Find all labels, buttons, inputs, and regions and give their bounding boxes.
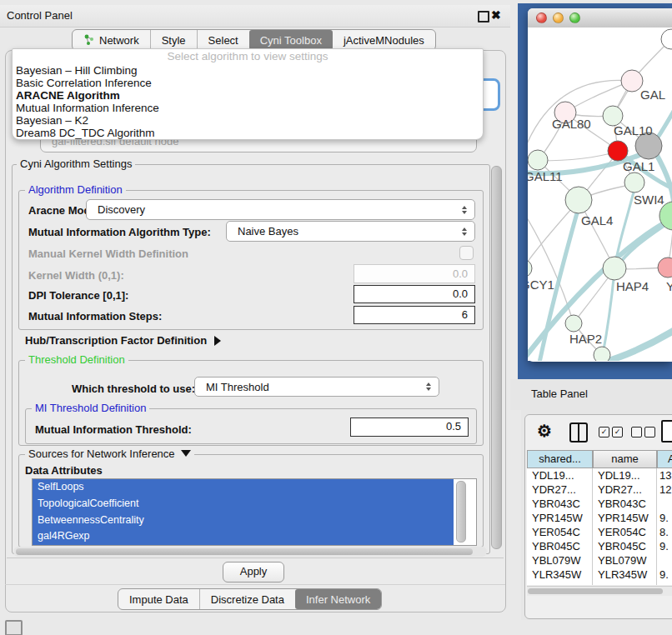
attribute-item-selected[interactable]: SelfLoops	[33, 479, 454, 496]
manual-kernel-width-checkbox[interactable]	[459, 246, 474, 260]
settings-hscroll[interactable]	[13, 547, 487, 557]
table-row[interactable]: YDR27...YDR27...12	[527, 482, 672, 497]
tab-infer-network[interactable]: Infer Network	[295, 589, 381, 609]
table-row[interactable]: YIL052CYIL052C9.	[527, 582, 672, 585]
node-label: GAL1	[623, 159, 654, 173]
column-header-name[interactable]: name	[593, 450, 657, 468]
float-window-icon[interactable]	[478, 11, 489, 22]
minimize-traffic-light-icon[interactable]	[553, 12, 564, 23]
node-gal11[interactable]	[528, 150, 548, 170]
node-gcy1[interactable]	[528, 259, 532, 278]
checkbox-unchecked-icon[interactable]	[631, 427, 642, 438]
checkbox-unchecked-icon[interactable]	[644, 427, 655, 438]
attributes-list-scrollbar[interactable]	[456, 481, 466, 542]
algorithm-option-selected[interactable]: ARACNE Algorithm	[13, 89, 483, 102]
checkbox-checked-icon[interactable]: ✓	[612, 427, 623, 438]
table-row[interactable]: YPR145WYPR145W9.	[527, 511, 672, 525]
node-gal4[interactable]	[565, 187, 592, 213]
tab-label: Infer Network	[306, 593, 370, 606]
table-row[interactable]: YBL079WYBL079W	[527, 553, 672, 568]
node-y[interactable]	[658, 258, 672, 278]
attribute-item-selected[interactable]: TopologicalCoefficient	[33, 496, 454, 512]
combo-stepper-icon	[426, 382, 431, 391]
control-panel-title: Control Panel	[7, 5, 73, 27]
gear-icon[interactable]: ⚙	[537, 421, 552, 441]
tab-label: Impute Data	[129, 593, 188, 606]
settings-hscroll-thumb[interactable]	[16, 548, 473, 555]
threshold-definition-title: Threshold Definition	[25, 354, 128, 366]
network-canvas[interactable]: GAL GAL80 GAL10 GAL1 GAL11 SWI4 GAL4 GCY…	[528, 28, 672, 361]
mi-threshold-input[interactable]: 0.5	[350, 418, 469, 437]
node-swi4[interactable]	[624, 172, 644, 192]
node-unlabeled[interactable]	[594, 347, 610, 361]
node-unlabeled[interactable]	[661, 29, 672, 49]
table-row[interactable]: YBR043CYBR043C	[527, 497, 672, 511]
network-icon	[83, 34, 95, 46]
kernel-width-label: Kernel Width (0,1):	[28, 269, 124, 282]
checkbox-checked-icon[interactable]: ✓	[599, 427, 609, 438]
hub-section-toggle[interactable]: Hub/Transcription Factor Definition	[25, 334, 221, 347]
node-label: HAP4	[616, 279, 649, 293]
tab-cyni-toolbox[interactable]: Cyni Toolbox	[249, 30, 333, 50]
hub-section-label: Hub/Transcription Factor Definition	[25, 334, 207, 347]
tab-style[interactable]: Style	[150, 30, 197, 50]
algorithm-popup-placeholder: Select algorithm to view settings	[13, 49, 483, 64]
settings-scrollbar[interactable]	[491, 166, 502, 549]
network-window-titlebar[interactable]	[528, 8, 672, 28]
algorithm-option[interactable]: Mutual Information Inference	[13, 102, 483, 114]
node-gal1[interactable]	[608, 141, 628, 161]
algorithm-option[interactable]: Dream8 DC_TDC Algorithm	[13, 127, 483, 139]
node-label: HAP2	[569, 332, 602, 346]
node-label: GAL11	[528, 169, 563, 183]
attribute-item-selected[interactable]: gal4RGexp	[33, 528, 454, 545]
attribute-item-selected[interactable]: BetweennessCentrality	[33, 512, 454, 529]
apply-button[interactable]: Apply	[223, 562, 284, 582]
tab-select[interactable]: Select	[197, 30, 249, 50]
data-attributes-label: Data Attributes	[25, 464, 103, 477]
divider	[5, 584, 505, 585]
dpi-tolerance-input[interactable]: 0.0	[354, 285, 475, 303]
sources-toggle[interactable]: Sources for Network Inference	[25, 448, 194, 460]
which-threshold-label: Which threshold to use:	[72, 382, 195, 395]
algorithm-option[interactable]: Bayesian – Hill Climbing	[13, 64, 483, 77]
algorithm-option[interactable]: Bayesian – K2	[13, 114, 483, 127]
tab-jactivemnodules[interactable]: jActiveMNodules	[333, 30, 435, 50]
close-icon[interactable]: ✖	[491, 8, 501, 22]
table-row[interactable]: YBR045CYBR045C9.	[527, 539, 672, 553]
tab-network[interactable]: Network	[73, 30, 150, 50]
table-row[interactable]: YER054CYER054C8.	[527, 525, 672, 539]
mi-algorithm-type-label: Mutual Information Algorithm Type:	[28, 226, 211, 238]
table-row[interactable]: YDL19...YDL19...13	[527, 468, 672, 482]
manual-kernel-width-label: Manual Kernel Width Definition	[28, 248, 188, 260]
close-traffic-light-icon[interactable]	[536, 12, 547, 23]
node-label: SWI4	[634, 192, 664, 207]
node-hap2[interactable]	[565, 315, 582, 332]
column-header-cut[interactable]: A	[657, 450, 672, 468]
aracne-mode-combo[interactable]: Discovery	[86, 199, 475, 220]
mi-threshold-group-title: MI Threshold Definition	[32, 402, 149, 414]
mi-steps-input[interactable]: 6	[354, 306, 475, 324]
table-panel-titlebar: Table Panel	[510, 379, 672, 410]
tab-label: Select	[208, 34, 238, 47]
node-label: GAL10	[614, 123, 653, 138]
table-hscroll[interactable]	[527, 586, 672, 596]
node-hap4[interactable]	[603, 257, 626, 280]
mi-algorithm-type-value: Naive Bayes	[238, 225, 298, 238]
kernel-width-value: 0.0	[453, 268, 468, 280]
table-row[interactable]: YLR345WYLR345W9.	[527, 568, 672, 582]
zoom-traffic-light-icon[interactable]	[569, 12, 580, 23]
algorithm-option[interactable]: Basic Correlation Inference	[13, 77, 483, 89]
table-body[interactable]: YDL19...YDL19...13 YDR27...YDR27...12 YB…	[527, 468, 672, 585]
table-hscroll-thumb[interactable]	[528, 588, 663, 594]
expanded-arrow-icon	[181, 450, 191, 457]
column-header-shared[interactable]: shared...	[527, 450, 593, 468]
tab-impute-data[interactable]: Impute Data	[118, 589, 199, 609]
columns-icon[interactable]	[569, 422, 588, 442]
data-attributes-list[interactable]: SelfLoops TopologicalCoefficient Between…	[32, 478, 477, 546]
corner-grip[interactable]	[5, 620, 23, 635]
table-panel-title: Table Panel	[531, 379, 588, 409]
which-threshold-combo[interactable]: MI Threshold	[194, 377, 439, 397]
file-icon[interactable]	[661, 420, 672, 442]
mi-algorithm-type-combo[interactable]: Naive Bayes	[226, 221, 475, 242]
tab-discretize-data[interactable]: Discretize Data	[199, 589, 295, 609]
